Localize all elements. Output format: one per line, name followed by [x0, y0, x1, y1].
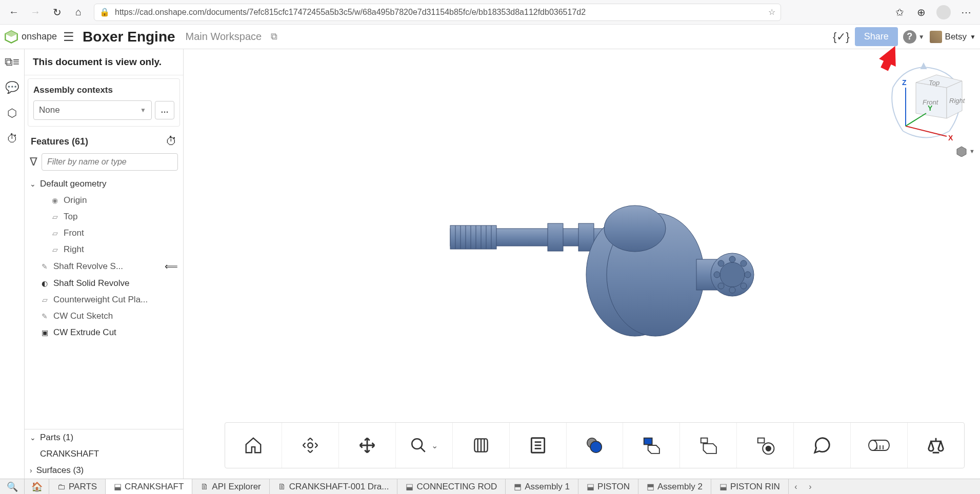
svg-point-23 [729, 287, 735, 293]
svg-point-43 [412, 439, 422, 449]
rotate-button[interactable] [282, 423, 339, 468]
contexts-select[interactable]: None ▼ [33, 100, 152, 120]
tab-assembly-1[interactable]: ⬒Assembly 1 [506, 479, 578, 494]
collections-icon[interactable]: ⊕ [915, 6, 927, 18]
more-icon[interactable]: ⋯ [960, 6, 972, 18]
url-bar[interactable]: 🔒 https://cad.onshape.com/documents/7efc… [94, 4, 781, 21]
notes-button[interactable] [510, 423, 567, 468]
left-rail: ⧉≡ 💬 ⬡ ⏱ [0, 49, 25, 479]
tree-top-plane[interactable]: ▱Top [25, 209, 183, 225]
contexts-more-button[interactable]: … [155, 101, 174, 119]
copy-workspace-icon[interactable]: ⧉ [271, 31, 277, 42]
share-button[interactable]: Share [855, 27, 898, 46]
tab-piston[interactable]: ⬓PISTON [578, 479, 638, 494]
workspace-name[interactable]: Main Workspace [186, 31, 262, 43]
section-view-button[interactable] [453, 423, 510, 468]
tree-cw-cut-sketch[interactable]: ✎CW Cut Sketch [25, 308, 183, 324]
versions-icon[interactable]: ⬡ [7, 107, 17, 120]
mass-properties-button[interactable] [908, 423, 964, 468]
tab-crankshaft[interactable]: ⬓CRANKSHAFT [106, 479, 192, 494]
reload-icon[interactable]: ↻ [51, 6, 63, 18]
tree-counterweight-plane[interactable]: ▱Counterweight Cut Pla... [25, 292, 183, 308]
svg-point-26 [741, 283, 747, 289]
svg-point-20 [745, 272, 751, 278]
sketch-icon: ✎ [40, 262, 49, 271]
feature-panel: This document is view only. Assembly con… [25, 49, 184, 479]
tree-shaft-solid-revolve[interactable]: ◐Shaft Solid Revolve [25, 275, 183, 292]
tab-parts[interactable]: 🗀PARTS [49, 479, 106, 494]
help-button[interactable]: ? ▼ [903, 30, 925, 44]
tree-cw-extrude-cut[interactable]: ▣CW Extrude Cut [25, 324, 183, 341]
insert-icon[interactable]: {✓} [833, 30, 850, 44]
svg-point-19 [720, 262, 745, 287]
tree-front-plane[interactable]: ▱Front [25, 225, 183, 241]
tab-scroll-left[interactable]: ‹ [789, 479, 803, 494]
filter-icon[interactable]: ∇ [30, 155, 37, 169]
parts-header[interactable]: ⌄Parts (1) [25, 429, 183, 446]
comments-icon[interactable]: 💬 [5, 81, 19, 94]
surfaces-header[interactable]: ›Surfaces (3) [25, 462, 183, 479]
feature-tree-icon[interactable]: ⧉≡ [5, 55, 19, 69]
svg-rect-52 [701, 438, 708, 443]
comment-button[interactable] [794, 423, 851, 468]
tree-right-plane[interactable]: ▱Right [25, 241, 183, 258]
contexts-label: Assembly contexts [33, 85, 174, 95]
tab-scroll-right[interactable]: › [803, 479, 817, 494]
svg-point-25 [718, 260, 724, 266]
viewport[interactable]: Top Front Right Z X Y ▼ [184, 49, 980, 479]
rollback-icon[interactable]: ⏱ [166, 135, 177, 148]
svg-rect-54 [758, 438, 765, 443]
user-menu[interactable]: Betsy ▼ [930, 31, 976, 43]
revolve-icon: ◐ [40, 279, 49, 288]
svg-point-49 [591, 441, 602, 452]
make-transparent-button[interactable] [737, 423, 794, 468]
tab-piston-ring[interactable]: ⬓PISTON RIN [711, 479, 789, 494]
home-view-button[interactable] [225, 423, 282, 468]
measure-button[interactable] [851, 423, 908, 468]
tab-crankshaft-drawing[interactable]: 🗎CRANKSHAFT-001 Dra... [270, 479, 398, 494]
part-studio-icon: ⬓ [406, 482, 413, 491]
sketch-icon: ✎ [40, 312, 49, 321]
folder-icon: 🗀 [57, 482, 66, 491]
zoom-search-button[interactable]: 🔍 [0, 479, 25, 494]
profile-icon[interactable] [936, 5, 951, 19]
browser-toolbar: ← → ↻ ⌂ 🔒 https://cad.onshape.com/docume… [0, 0, 980, 25]
features-header: Features (61) [31, 136, 88, 147]
hide-show-button[interactable] [623, 423, 680, 468]
part-studio-icon: ⬓ [114, 482, 122, 491]
tab-api-explorer[interactable]: 🗎API Explorer [192, 479, 269, 494]
feature-tree[interactable]: ⌄Default geometry ◉Origin ▱Top ▱Front ▱R… [25, 176, 183, 429]
svg-rect-50 [644, 438, 652, 445]
pan-button[interactable] [339, 423, 396, 468]
display-mode-button[interactable]: ▼ [956, 146, 975, 157]
suppress-icon[interactable]: ⟸ [165, 261, 178, 272]
history-icon[interactable]: ⏱ [7, 132, 18, 146]
svg-text:Z: Z [902, 78, 907, 87]
favorites-icon[interactable]: ✩ [893, 6, 906, 18]
document-title[interactable]: Boxer Engine [83, 29, 175, 45]
tree-shaft-revolve-sketch[interactable]: ✎Shaft Revolve S...⟸ [25, 258, 183, 275]
back-icon[interactable]: ← [8, 6, 20, 18]
zoom-button[interactable]: ⌄ [396, 423, 453, 468]
assembly-icon: ⬒ [647, 482, 654, 491]
favorite-icon[interactable]: ☆ [768, 7, 775, 17]
tabs-home-button[interactable]: 🏠 [25, 479, 49, 494]
view-cube[interactable]: Top Front Right Z X Y ▼ [877, 59, 970, 152]
part-crankshaft[interactable]: CRANKSHAFT [25, 446, 183, 462]
svg-marker-28 [921, 64, 926, 69]
svg-point-22 [729, 256, 735, 262]
tab-assembly-2[interactable]: ⬒Assembly 2 [638, 479, 711, 494]
hamburger-menu[interactable]: ☰ [63, 30, 74, 44]
plane-icon: ▱ [40, 295, 49, 304]
filter-input[interactable] [42, 153, 178, 171]
model-crankshaft[interactable] [430, 182, 789, 362]
onshape-logo[interactable]: onshape [4, 30, 57, 44]
svg-point-57 [869, 440, 877, 450]
tree-origin[interactable]: ◉Origin [25, 192, 183, 209]
home-icon[interactable]: ⌂ [72, 6, 85, 18]
tree-default-geometry[interactable]: ⌄Default geometry [25, 176, 183, 192]
svg-point-42 [308, 443, 313, 448]
appearance-button[interactable] [567, 423, 624, 468]
isolate-button[interactable] [680, 423, 737, 468]
tab-connecting-rod[interactable]: ⬓CONNECTING ROD [397, 479, 506, 494]
